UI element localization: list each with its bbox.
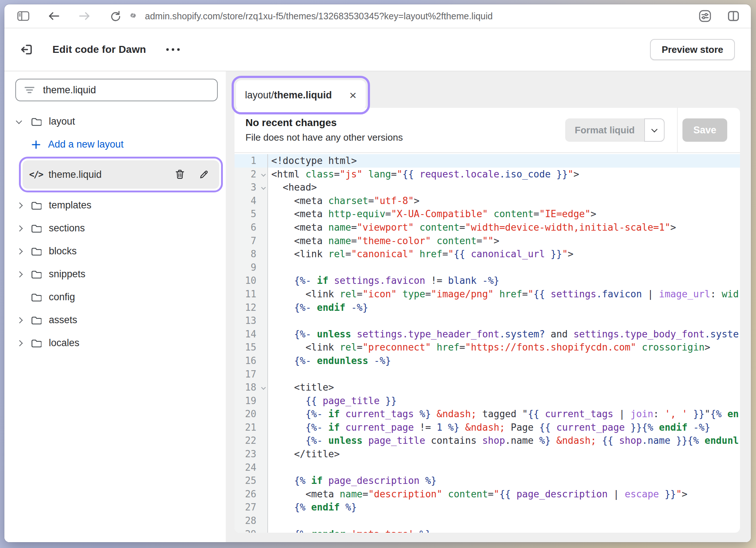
code-line[interactable]: 26 <meta name="description" content="{{ … bbox=[235, 488, 740, 501]
code-line[interactable]: 7 <meta name="theme-color" content=""> bbox=[235, 234, 740, 248]
file-search-box[interactable] bbox=[15, 79, 218, 101]
status-subtitle: File does not have any other versions bbox=[245, 132, 740, 143]
code-line-text: <html class="js" lang="{{ request.locale… bbox=[268, 168, 740, 181]
code-line[interactable]: 10 {%- if settings.favicon != blank -%} bbox=[235, 274, 740, 287]
code-line[interactable]: 5 <meta http-equiv="X-UA-Compatible" con… bbox=[235, 207, 740, 221]
back-button[interactable] bbox=[46, 8, 62, 24]
sidebar-folder-templates[interactable]: templates bbox=[15, 194, 218, 217]
pencil-icon bbox=[198, 169, 209, 180]
code-line[interactable]: 24 bbox=[235, 461, 740, 474]
sidebar-folder-config[interactable]: config bbox=[15, 286, 218, 309]
fold-chevron-icon[interactable] bbox=[261, 185, 266, 190]
code-line[interactable]: 27 {% endif %} bbox=[235, 501, 740, 514]
code-line-text bbox=[268, 368, 740, 381]
search-input[interactable] bbox=[43, 85, 209, 96]
folder-icon bbox=[31, 292, 42, 303]
header-divider bbox=[677, 108, 678, 152]
rename-file-button[interactable] bbox=[197, 168, 210, 181]
code-editor[interactable]: 1<!doctype html>2<html class="js" lang="… bbox=[235, 153, 740, 533]
address-bar[interactable]: admin.shopify.com/store/rzq1xu-f5/themes… bbox=[128, 4, 493, 28]
filter-icon bbox=[24, 86, 35, 94]
sidebar-folder-sections[interactable]: sections bbox=[15, 217, 218, 240]
code-line-text: <link rel="preconnect" href="https://fon… bbox=[268, 341, 740, 354]
code-line[interactable]: 29 {% render 'meta-tags' %} bbox=[235, 528, 740, 533]
code-line[interactable]: 2<html class="js" lang="{{ request.local… bbox=[235, 168, 740, 181]
code-line[interactable]: 12 {%- endif -%} bbox=[235, 301, 740, 314]
code-line-text: <head> bbox=[268, 181, 740, 194]
format-liquid-button[interactable]: Format liquid bbox=[565, 118, 644, 142]
code-line[interactable]: 28 bbox=[235, 514, 740, 528]
line-number: 16 bbox=[235, 354, 268, 368]
code-line[interactable]: 6 <meta name="viewport" content="width=d… bbox=[235, 221, 740, 234]
line-number: 28 bbox=[235, 514, 268, 528]
tab-layout-theme-liquid[interactable]: layout/theme.liquid × bbox=[236, 80, 366, 110]
status-title: No recent changes bbox=[245, 117, 740, 129]
code-line[interactable]: 3 <head> bbox=[235, 181, 740, 194]
editor-header: No recent changes File does not have any… bbox=[235, 108, 740, 153]
code-line[interactable]: 11 <link rel="icon" type="image/png" hre… bbox=[235, 287, 740, 301]
fold-chevron-icon[interactable] bbox=[261, 385, 266, 390]
code-line[interactable]: 15 <link rel="preconnect" href="https://… bbox=[235, 341, 740, 354]
trash-icon bbox=[174, 169, 185, 180]
code-line[interactable]: 9 bbox=[235, 261, 740, 274]
sidebar-folder-layout[interactable]: layout bbox=[15, 110, 218, 133]
code-line[interactable]: 18 <title> bbox=[235, 381, 740, 394]
code-line[interactable]: 4 <meta charset="utf-8"> bbox=[235, 194, 740, 208]
format-options-button[interactable] bbox=[644, 118, 665, 142]
add-layout-label: Add a new layout bbox=[48, 139, 123, 150]
code-line-text bbox=[268, 261, 740, 274]
chevron-down-icon bbox=[16, 118, 22, 124]
sidebar-folder-locales[interactable]: locales bbox=[15, 332, 218, 355]
code-line[interactable]: 20 {%- if current_tags %} &ndash; tagged… bbox=[235, 407, 740, 421]
code-line[interactable]: 21 {%- if current_page != 1 %} &ndash; P… bbox=[235, 421, 740, 434]
editor-area: layout/theme.liquid × No recent changes … bbox=[226, 71, 751, 542]
folder-icon bbox=[31, 246, 42, 257]
add-new-layout-link[interactable]: Add a new layout bbox=[15, 133, 218, 156]
code-line-text: <meta charset="utf-8"> bbox=[268, 194, 740, 208]
sidebar-folder-snippets[interactable]: snippets bbox=[15, 263, 218, 286]
reader-settings-button[interactable] bbox=[697, 8, 713, 24]
code-line-text: {%- endif -%} bbox=[268, 301, 740, 314]
forward-button[interactable] bbox=[76, 8, 92, 24]
line-number: 18 bbox=[235, 381, 268, 394]
more-actions-button[interactable] bbox=[165, 47, 181, 52]
line-number: 19 bbox=[235, 394, 268, 408]
code-line[interactable]: 23 </title> bbox=[235, 447, 740, 461]
code-line[interactable]: 22 {%- unless page_title contains shop.n… bbox=[235, 434, 740, 447]
sidebar-toggle-button[interactable] bbox=[15, 8, 31, 24]
folder-label: locales bbox=[49, 337, 79, 349]
code-line[interactable]: 1<!doctype html> bbox=[235, 154, 740, 168]
editor-card: No recent changes File does not have any… bbox=[235, 108, 740, 533]
save-button[interactable]: Save bbox=[682, 118, 727, 142]
sidebar-folder-blocks[interactable]: blocks bbox=[15, 240, 218, 263]
code-line[interactable]: 8 <link rel="canonical" href="{{ canonic… bbox=[235, 247, 740, 261]
chevron-right-icon bbox=[17, 202, 23, 208]
code-line-text: <link rel="canonical" href="{{ canonical… bbox=[268, 247, 740, 261]
folder-label: assets bbox=[49, 314, 77, 326]
sliders-icon bbox=[698, 9, 712, 23]
close-tab-icon[interactable]: × bbox=[349, 89, 357, 101]
exit-editor-button[interactable] bbox=[20, 43, 34, 56]
line-number: 17 bbox=[235, 368, 268, 381]
split-view-button[interactable] bbox=[725, 8, 741, 24]
fold-chevron-icon[interactable] bbox=[261, 172, 266, 177]
forward-arrow-icon bbox=[78, 11, 91, 21]
sidebar-folder-assets[interactable]: assets bbox=[15, 309, 218, 332]
line-number: 23 bbox=[235, 447, 268, 461]
line-number: 5 bbox=[235, 207, 268, 221]
code-line[interactable]: 13 bbox=[235, 314, 740, 328]
line-number: 24 bbox=[235, 461, 268, 474]
code-line-text: {%- if settings.favicon != blank -%} bbox=[268, 274, 740, 287]
reload-button[interactable] bbox=[107, 8, 123, 24]
code-line[interactable]: 16 {%- endunless -%} bbox=[235, 354, 740, 368]
preview-store-button[interactable]: Preview store bbox=[650, 39, 735, 60]
delete-file-button[interactable] bbox=[173, 168, 186, 181]
sidebar-file-theme-liquid[interactable]: </> theme.liquid bbox=[23, 160, 219, 189]
code-line[interactable]: 19 {{ page_title }} bbox=[235, 394, 740, 408]
code-line[interactable]: 14 {%- unless settings.type_header_font.… bbox=[235, 328, 740, 341]
line-number: 4 bbox=[235, 194, 268, 208]
line-number: 22 bbox=[235, 434, 268, 447]
code-line[interactable]: 25 {% if page_description %} bbox=[235, 474, 740, 488]
code-line[interactable]: 17 bbox=[235, 368, 740, 381]
code-line-text: </title> bbox=[268, 447, 740, 461]
